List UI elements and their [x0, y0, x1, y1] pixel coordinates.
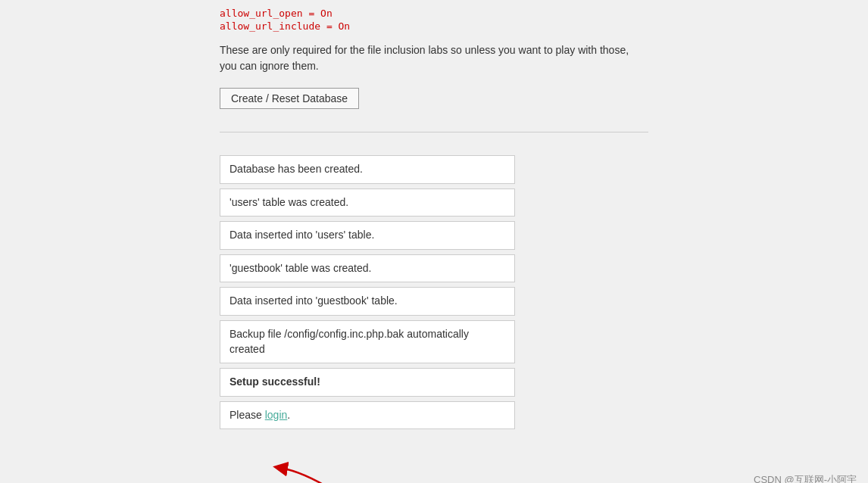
watermark: CSDN @互联网-小阿宇: [754, 473, 857, 483]
login-prefix: Please: [229, 409, 265, 421]
result-box-guestbook-created: 'guestbook' table was created.: [220, 254, 515, 283]
login-suffix: .: [287, 409, 290, 421]
top-section: allow_url_open = On allow_url_include = …: [0, 0, 868, 132]
results-section: Database has been created.'users' table …: [0, 148, 868, 457]
code-line-2: allow_url_include = On: [220, 20, 648, 32]
login-link[interactable]: login: [265, 409, 288, 421]
result-box-setup-success: Setup successful!: [220, 368, 515, 397]
result-box-data-guestbook: Data inserted into 'guestbook' table.: [220, 287, 515, 316]
login-prompt-box: Please login.: [220, 401, 515, 430]
section-divider: [220, 132, 648, 132]
page-wrapper: allow_url_open = On allow_url_include = …: [0, 0, 868, 483]
create-reset-button[interactable]: Create / Reset Database: [220, 88, 359, 109]
result-box-data-users: Data inserted into 'users' table.: [220, 221, 515, 250]
arrow-area: [220, 457, 515, 483]
code-text-2: allow_url_include = On: [220, 20, 350, 32]
code-text-1: allow_url_open = On: [220, 8, 333, 19]
code-line-1: allow_url_open = On: [220, 8, 648, 19]
result-box-users-created: 'users' table was created.: [220, 189, 515, 217]
result-box-db-created: Database has been created.: [220, 155, 515, 184]
description-text: These are only required for the file inc…: [220, 42, 648, 74]
result-box-backup-file: Backup file /config/config.inc.php.bak a…: [220, 320, 515, 363]
arrow-icon: [258, 457, 348, 483]
